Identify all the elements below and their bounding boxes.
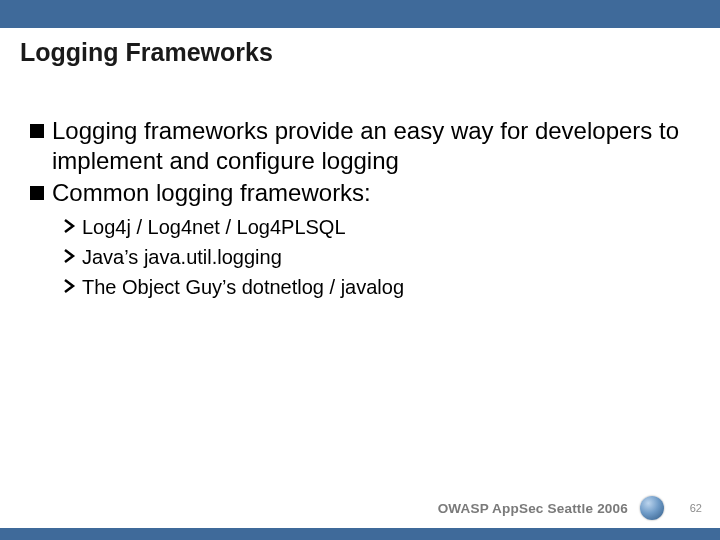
sub-bullet-text: Java’s java.util.logging (82, 244, 282, 270)
square-bullet-icon (30, 124, 44, 138)
footer-text: OWASP AppSec Seattle 2006 (438, 501, 628, 516)
arrow-right-icon (64, 219, 76, 233)
sub-bullet-group: Log4j / Log4net / Log4PLSQL Java’s java.… (64, 214, 690, 300)
sub-bullet-text: Log4j / Log4net / Log4PLSQL (82, 214, 346, 240)
page-number: 62 (690, 502, 702, 514)
arrow-right-icon (64, 279, 76, 293)
bottom-bar (0, 528, 720, 540)
square-bullet-icon (30, 186, 44, 200)
sub-bullet-text: The Object Guy’s dotnetlog / javalog (82, 274, 404, 300)
bullet-level2: Log4j / Log4net / Log4PLSQL (64, 214, 690, 240)
bullet-text: Logging frameworks provide an easy way f… (52, 116, 690, 176)
bullet-level1: Logging frameworks provide an easy way f… (30, 116, 690, 176)
bullet-level2: Java’s java.util.logging (64, 244, 690, 270)
bullet-level1: Common logging frameworks: (30, 178, 690, 208)
arrow-right-icon (64, 249, 76, 263)
slide-title: Logging Frameworks (20, 38, 273, 67)
bullet-level2: The Object Guy’s dotnetlog / javalog (64, 274, 690, 300)
slide-body: Logging frameworks provide an easy way f… (30, 116, 690, 304)
owasp-globe-icon (640, 496, 664, 520)
top-bar (0, 0, 720, 28)
bullet-text: Common logging frameworks: (52, 178, 371, 208)
